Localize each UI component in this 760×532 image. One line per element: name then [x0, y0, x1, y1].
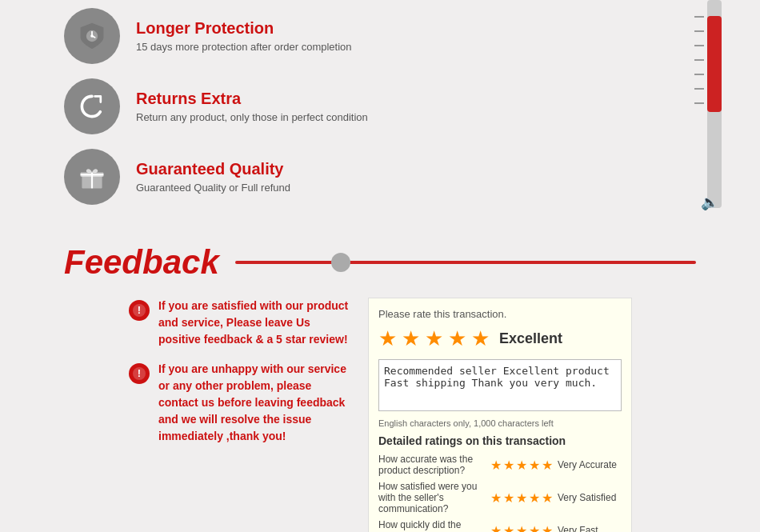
feedback-title: Feedback — [64, 243, 219, 282]
rating-text: Excellent — [499, 330, 562, 347]
scroll-line — [694, 30, 704, 32]
small-star[interactable]: ★ — [516, 523, 527, 533]
char-count: English characters only, 1,000 character… — [378, 418, 622, 428]
small-star[interactable]: ★ — [529, 458, 540, 473]
star-4[interactable]: ★ — [448, 326, 466, 351]
feedback-textarea[interactable]: Recommended seller Excellent product Fas… — [378, 359, 622, 411]
scroll-line — [694, 102, 704, 104]
scrollbar-lines — [694, 16, 704, 104]
small-star[interactable]: ★ — [542, 458, 553, 473]
rating-label-2: Very Satisfied — [558, 492, 622, 503]
features-section: Longer Protection 15 days more protectio… — [0, 0, 760, 235]
positive-icon: ! — [128, 299, 150, 322]
feature-title-returns: Returns Extra — [136, 90, 368, 108]
rate-label: Please rate this transaction. — [378, 308, 622, 320]
feedback-header: Feedback — [64, 243, 696, 282]
small-stars-3: ★ ★ ★ ★ ★ — [490, 523, 553, 533]
detailed-ratings-title: Detailed ratings on this transaction — [378, 434, 622, 447]
small-star[interactable]: ★ — [503, 458, 514, 473]
small-star[interactable]: ★ — [516, 490, 527, 506]
small-star[interactable]: ★ — [503, 490, 514, 506]
small-stars-1: ★ ★ ★ ★ ★ — [490, 458, 553, 473]
scroll-line — [694, 59, 704, 61]
feedback-line-wrap — [235, 261, 696, 264]
small-star[interactable]: ★ — [516, 458, 527, 473]
gift-icon-wrap — [64, 149, 120, 205]
small-star[interactable]: ★ — [542, 523, 553, 533]
rating-label-3: Very Fast — [558, 525, 622, 532]
small-star[interactable]: ★ — [542, 490, 553, 506]
feature-item-quality: Guaranteed Quality Guaranteed Quality or… — [64, 149, 696, 205]
feature-text-returns: Returns Extra Return any product, only t… — [136, 90, 368, 123]
rating-row-1: How accurate was the product description… — [378, 454, 622, 476]
feature-item-protection: Longer Protection 15 days more protectio… — [64, 8, 696, 64]
feedback-slider-circle[interactable] — [331, 253, 350, 272]
small-star[interactable]: ★ — [503, 523, 514, 533]
rating-question-3: How quickly did the seller ship the item… — [378, 519, 486, 532]
unhappy-feedback-text: If you are unhappy with our service or a… — [158, 361, 352, 445]
gift-icon — [78, 162, 106, 191]
small-star[interactable]: ★ — [529, 490, 540, 506]
feedback-line — [235, 261, 696, 264]
small-stars-2: ★ ★ ★ ★ ★ — [490, 490, 553, 506]
scroll-line — [694, 88, 704, 90]
feature-text-protection: Longer Protection 15 days more protectio… — [136, 19, 352, 53]
star-1[interactable]: ★ — [378, 326, 397, 351]
rating-row-3: How quickly did the seller ship the item… — [378, 519, 622, 532]
bottom-content: ! If you are satisfied with our product … — [64, 298, 696, 532]
feature-text-quality: Guaranteed Quality Guaranteed Quality or… — [136, 160, 290, 194]
scroll-line — [694, 16, 704, 18]
feature-title-quality: Guaranteed Quality — [136, 160, 290, 178]
feature-title-protection: Longer Protection — [136, 19, 352, 38]
feature-item-returns: Returns Extra Return any product, only t… — [64, 78, 696, 134]
shield-icon-wrap — [64, 8, 120, 64]
volume-icon: 🔈 — [701, 194, 718, 211]
small-star[interactable]: ★ — [490, 458, 502, 473]
positive-feedback-block: ! If you are satisfied with our product … — [128, 298, 352, 348]
star-2[interactable]: ★ — [402, 326, 420, 351]
svg-point-3 — [90, 34, 94, 38]
refresh-icon — [78, 92, 106, 121]
feature-desc-protection: 15 days more protection after order comp… — [136, 41, 352, 53]
positive-feedback-text: If you are satisfied with our product an… — [158, 298, 352, 348]
svg-text:!: ! — [138, 304, 141, 316]
shield-clock-icon — [78, 22, 106, 50]
unhappy-feedback-block: ! If you are unhappy with our service or… — [128, 361, 352, 445]
rating-label-1: Very Accurate — [558, 459, 622, 470]
small-star[interactable]: ★ — [490, 490, 502, 506]
stars-row: ★ ★ ★ ★ ★ Excellent — [378, 326, 622, 351]
star-3[interactable]: ★ — [425, 326, 443, 351]
rating-question-1: How accurate was the product description… — [378, 454, 486, 476]
rating-question-2: How satisfied were you with the seller's… — [378, 481, 486, 514]
feedback-section: Feedback ! If you are satisfied with our… — [0, 235, 760, 532]
feature-desc-returns: Return any product, only those in perfec… — [136, 111, 368, 123]
scrollbar-thumb[interactable] — [707, 16, 722, 112]
svg-text:!: ! — [138, 367, 141, 379]
feature-desc-quality: Guaranteed Quality or Full refund — [136, 182, 290, 194]
refresh-icon-wrap — [64, 78, 120, 134]
scroll-line — [694, 45, 704, 46]
star-5[interactable]: ★ — [471, 326, 490, 351]
rating-row-2: How satisfied were you with the seller's… — [378, 481, 622, 514]
left-text-section: ! If you are satisfied with our product … — [128, 298, 352, 532]
scroll-line — [694, 74, 704, 75]
unhappy-icon: ! — [128, 362, 150, 385]
small-star[interactable]: ★ — [490, 523, 502, 533]
feedback-form: Please rate this transaction. ★ ★ ★ ★ ★ … — [368, 298, 632, 532]
small-star[interactable]: ★ — [529, 523, 540, 533]
